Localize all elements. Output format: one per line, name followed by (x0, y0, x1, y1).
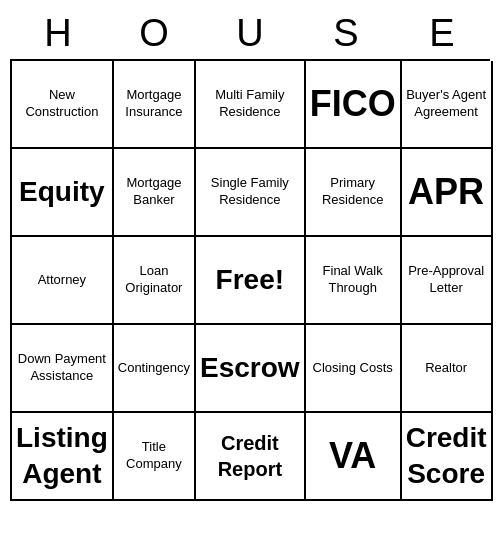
header-letter-e: E (394, 8, 490, 59)
cell-text-2: Multi Family Residence (200, 87, 300, 121)
cell-text-9: APR (408, 169, 484, 216)
bingo-cell-20: Listing Agent (12, 413, 114, 501)
bingo-cell-8: Primary Residence (306, 149, 402, 237)
bingo-cell-5: Equity (12, 149, 114, 237)
bingo-card: HOUSE New ConstructionMortgage Insurance… (10, 8, 490, 501)
bingo-cell-2: Multi Family Residence (196, 61, 306, 149)
cell-text-14: Pre-Approval Letter (406, 263, 487, 297)
cell-text-0: New Construction (16, 87, 108, 121)
cell-text-10: Attorney (38, 272, 86, 289)
bingo-cell-15: Down Payment Assistance (12, 325, 114, 413)
bingo-cell-22: Credit Report (196, 413, 306, 501)
cell-text-5: Equity (19, 174, 105, 210)
header-letter-u: U (202, 8, 298, 59)
bingo-cell-14: Pre-Approval Letter (402, 237, 493, 325)
cell-text-16: Contingency (118, 360, 190, 377)
cell-text-6: Mortgage Banker (118, 175, 190, 209)
cell-text-7: Single Family Residence (200, 175, 300, 209)
bingo-cell-17: Escrow (196, 325, 306, 413)
bingo-cell-10: Attorney (12, 237, 114, 325)
bingo-cell-9: APR (402, 149, 493, 237)
bingo-cell-19: Realtor (402, 325, 493, 413)
header-letter-h: H (10, 8, 106, 59)
bingo-cell-12: Free! (196, 237, 306, 325)
bingo-cell-16: Contingency (114, 325, 196, 413)
cell-text-8: Primary Residence (310, 175, 396, 209)
bingo-cell-13: Final Walk Through (306, 237, 402, 325)
bingo-cell-6: Mortgage Banker (114, 149, 196, 237)
header-letter-o: O (106, 8, 202, 59)
cell-text-22: Credit Report (200, 430, 300, 482)
bingo-cell-3: FICO (306, 61, 402, 149)
cell-text-18: Closing Costs (313, 360, 393, 377)
header-letter-s: S (298, 8, 394, 59)
bingo-cell-24: Credit Score (402, 413, 493, 501)
bingo-cell-11: Loan Originator (114, 237, 196, 325)
bingo-cell-0: New Construction (12, 61, 114, 149)
cell-text-3: FICO (310, 81, 396, 128)
cell-text-21: Title Company (118, 439, 190, 473)
cell-text-15: Down Payment Assistance (16, 351, 108, 385)
header-row: HOUSE (10, 8, 490, 59)
cell-text-24: Credit Score (406, 420, 487, 493)
cell-text-1: Mortgage Insurance (118, 87, 190, 121)
cell-text-13: Final Walk Through (310, 263, 396, 297)
cell-text-12: Free! (216, 262, 284, 298)
cell-text-11: Loan Originator (118, 263, 190, 297)
cell-text-17: Escrow (200, 350, 300, 386)
bingo-cell-18: Closing Costs (306, 325, 402, 413)
cell-text-19: Realtor (425, 360, 467, 377)
cell-text-4: Buyer's Agent Agreement (406, 87, 487, 121)
bingo-grid: New ConstructionMortgage InsuranceMulti … (10, 59, 490, 501)
bingo-cell-21: Title Company (114, 413, 196, 501)
bingo-cell-7: Single Family Residence (196, 149, 306, 237)
cell-text-23: VA (329, 433, 376, 480)
cell-text-20: Listing Agent (16, 420, 108, 493)
bingo-cell-23: VA (306, 413, 402, 501)
bingo-cell-4: Buyer's Agent Agreement (402, 61, 493, 149)
bingo-cell-1: Mortgage Insurance (114, 61, 196, 149)
